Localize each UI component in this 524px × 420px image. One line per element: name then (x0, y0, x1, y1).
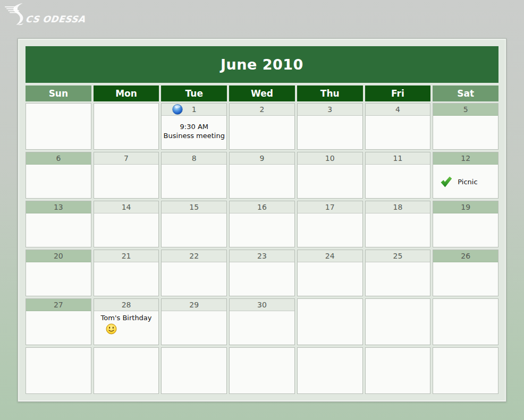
date-strip: 5 (433, 104, 498, 116)
calendar-cell[interactable] (94, 347, 159, 394)
calendar-cell[interactable]: 29 (161, 298, 227, 345)
date-number: 27 (54, 301, 63, 309)
event-text: Business meeting (162, 131, 226, 140)
calendar-cell[interactable]: 28Tom's Birthday (94, 298, 159, 345)
date-strip: 13 (26, 201, 91, 213)
cell-body (298, 116, 362, 149)
calendar-cell[interactable]: 7 (94, 152, 159, 199)
date-number: 18 (393, 203, 403, 211)
calendar-cell[interactable]: 8 (161, 152, 227, 199)
calendar-cell[interactable]: 20 (26, 250, 91, 296)
event-text: 9:30 AM (162, 122, 226, 131)
calendar-cell[interactable]: 27 (26, 298, 91, 345)
cell-body (230, 213, 294, 247)
date-number: 1 (192, 105, 197, 114)
date-number: 11 (393, 154, 403, 162)
calendar-cell[interactable]: 26 (433, 250, 498, 296)
cell-body (433, 116, 498, 149)
month-title-bar: June 2010 (26, 46, 498, 83)
date-strip: 16 (230, 201, 294, 213)
calendar-cell[interactable]: 2 (229, 103, 295, 150)
calendar-cell[interactable]: 16 (229, 201, 295, 247)
calendar-cell[interactable]: 19:30 AMBusiness meeting (161, 103, 227, 150)
calendar-cell[interactable]: 5 (433, 103, 498, 150)
calendar-cell[interactable] (365, 347, 431, 394)
cell-body (230, 311, 294, 345)
calendar-cell[interactable]: 22 (161, 250, 227, 296)
calendar-cell[interactable] (297, 298, 363, 345)
date-number: 4 (395, 105, 400, 114)
date-strip: 25 (366, 250, 430, 262)
calendar-cell[interactable] (161, 347, 227, 394)
date-number: 29 (189, 301, 199, 309)
date-number: 3 (327, 105, 332, 114)
date-number: 22 (189, 252, 199, 260)
calendar-cell[interactable]: 9 (229, 152, 295, 199)
calendar-grid: 19:30 AMBusiness meeting23456789101112Pi… (26, 103, 498, 394)
day-header-thu: Thu (297, 85, 363, 101)
calendar-cell[interactable]: 4 (365, 103, 431, 150)
cell-body (26, 213, 91, 247)
calendar-cell[interactable]: 15 (161, 201, 227, 247)
cell-body (366, 165, 430, 198)
day-header-tue: Tue (161, 85, 227, 101)
date-strip: 23 (230, 250, 294, 262)
date-number: 5 (463, 105, 468, 114)
date-strip: 11 (366, 152, 430, 165)
date-strip: 12 (433, 152, 498, 165)
date-number: 7 (124, 154, 129, 162)
day-header-sun: Sun (26, 85, 91, 101)
date-strip: 6 (26, 152, 91, 165)
calendar-cell[interactable] (26, 103, 91, 150)
date-strip: 2 (230, 104, 294, 116)
calendar-cell[interactable]: 12Picnic (433, 152, 498, 199)
calendar-cell[interactable] (94, 103, 159, 150)
event-text: Picnic (458, 178, 477, 186)
calendar-cell[interactable] (433, 298, 498, 345)
calendar-cell[interactable]: 10 (297, 152, 363, 199)
cell-body (366, 213, 430, 247)
date-strip: 30 (230, 299, 294, 311)
date-number: 12 (461, 154, 470, 162)
date-strip: 19 (433, 201, 498, 213)
date-number: 15 (189, 203, 199, 211)
calendar-cell[interactable] (229, 347, 295, 394)
cs-odessa-logo: CS ODESSA (4, 3, 86, 27)
calendar-cell[interactable]: 21 (94, 250, 159, 296)
calendar-cell[interactable]: 19 (433, 201, 498, 247)
calendar-cell[interactable]: 23 (229, 250, 295, 296)
date-strip: 24 (298, 250, 362, 262)
date-strip: 1 (162, 104, 226, 116)
cell-body (230, 116, 294, 149)
date-strip: 10 (298, 152, 362, 165)
month-title: June 2010 (221, 56, 303, 73)
date-number: 20 (54, 252, 63, 260)
calendar-cell[interactable]: 6 (26, 152, 91, 199)
calendar-cell[interactable]: 13 (26, 201, 91, 247)
day-header-fri: Fri (365, 85, 431, 101)
calendar-cell[interactable]: 14 (94, 201, 159, 247)
calendar-cell[interactable]: 25 (365, 250, 431, 296)
calendar-cell[interactable] (433, 347, 498, 394)
calendar-cell[interactable]: 24 (297, 250, 363, 296)
event-text: Tom's Birthday (94, 314, 159, 322)
date-strip: 28 (94, 299, 159, 311)
calendar-cell[interactable]: 3 (297, 103, 363, 150)
date-strip: 4 (366, 104, 430, 116)
calendar-cell[interactable]: 18 (365, 201, 431, 247)
calendar-cell[interactable] (365, 298, 431, 345)
smiley-icon (106, 323, 117, 335)
date-number: 23 (257, 252, 267, 260)
calendar-cell[interactable]: 30 (229, 298, 295, 345)
date-strip: 9 (230, 152, 294, 165)
calendar-cell[interactable] (297, 347, 363, 394)
calendar-cell[interactable] (26, 347, 91, 394)
day-header-wed: Wed (229, 85, 295, 101)
cell-body (366, 262, 430, 296)
cell-body (26, 262, 91, 296)
day-header-mon: Mon (94, 85, 159, 101)
calendar-cell[interactable]: 17 (297, 201, 363, 247)
date-number: 14 (122, 203, 131, 211)
check-icon (440, 176, 452, 187)
calendar-cell[interactable]: 11 (365, 152, 431, 199)
